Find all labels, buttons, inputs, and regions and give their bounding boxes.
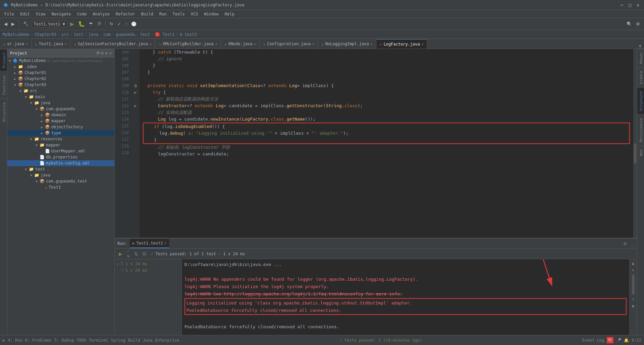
panel-settings-btn[interactable]: ⚙ bbox=[105, 51, 108, 56]
run-x-button[interactable]: ✕ bbox=[126, 254, 131, 259]
sidebar-right-maven[interactable]: Maven bbox=[637, 49, 644, 67]
menu-run[interactable]: Run bbox=[157, 11, 169, 17]
tree-main[interactable]: ▼ 📁 main bbox=[7, 94, 114, 100]
console-scroll-top[interactable]: ⬆ bbox=[632, 268, 635, 273]
console-scroll-up[interactable]: ▲ bbox=[632, 261, 635, 266]
breadcrumb-src[interactable]: src bbox=[61, 32, 69, 37]
run-check-button[interactable]: ✓ bbox=[126, 249, 131, 254]
tree-test-java[interactable]: ▼ 📁 java bbox=[7, 172, 114, 178]
tab-close-nologging[interactable]: ✕ bbox=[371, 42, 373, 46]
tab-overflow[interactable]: ▼ bbox=[639, 44, 641, 49]
run-gutter-110[interactable]: ▶ bbox=[134, 89, 137, 96]
run-filter-button[interactable]: ⊟ bbox=[141, 251, 148, 257]
tree-usermapper[interactable]: ▶ 📄 UserMapper.xml bbox=[7, 148, 114, 154]
toolbar-history-button[interactable]: 🕐 bbox=[130, 21, 138, 27]
sidebar-right-structure[interactable]: Structure bbox=[637, 87, 644, 115]
test-label-root[interactable]: T 1 s 24 ms bbox=[121, 262, 147, 266]
breadcrumb-java[interactable]: java bbox=[89, 32, 98, 37]
breadcrumb-chapter[interactable]: Chapter03 bbox=[35, 32, 56, 37]
test-label-sub[interactable]: 1 s 24 ms bbox=[125, 268, 147, 273]
tab-close-configuration[interactable]: ✕ bbox=[312, 42, 314, 46]
tree-mybatisconfig[interactable]: ▶ 📄 mybatis-config.xml bbox=[7, 160, 114, 166]
tree-chapter02[interactable]: ▶ 📦 Chapter02 bbox=[7, 76, 114, 82]
menu-refactor[interactable]: Refactor bbox=[113, 11, 138, 17]
tree-idea[interactable]: ▶ 📁 .idea bbox=[7, 64, 114, 70]
toolbar-build-button[interactable]: 🔨 bbox=[22, 21, 30, 27]
tab-close-sqlsession[interactable]: ✕ bbox=[150, 42, 152, 46]
menu-file[interactable]: File bbox=[2, 11, 17, 17]
tab-logfactory[interactable]: ☕ LogFactory.java ✕ bbox=[376, 39, 427, 49]
breadcrumb-test3[interactable]: ⚙ test3 bbox=[180, 32, 197, 37]
breadcrumb-com[interactable]: com bbox=[103, 32, 111, 37]
tree-comgupaoedutest[interactable]: ▼ 📦 com.gupaoedu.test bbox=[7, 178, 114, 184]
sidebar-tab-favorites[interactable]: Favorites bbox=[0, 71, 7, 98]
toolbar-back-button[interactable]: ◀ bbox=[3, 21, 9, 27]
console-scroll-down[interactable]: ▼ bbox=[632, 304, 635, 309]
tab-test1[interactable]: ☕ Test1.java ✕ bbox=[32, 39, 70, 49]
tree-type[interactable]: ▶ 📦 type bbox=[7, 130, 114, 136]
tree-src[interactable]: ▼ 📁 src bbox=[7, 88, 114, 94]
coverage-button[interactable]: ☂ bbox=[88, 21, 94, 27]
tree-dbprops[interactable]: ▶ 📄 db.properties bbox=[7, 154, 114, 160]
menu-view[interactable]: View bbox=[33, 11, 48, 17]
status-enterprise-label[interactable]: Java Enterprise bbox=[143, 338, 179, 343]
sidebar-right-gradle[interactable]: Gradle bbox=[637, 67, 644, 87]
tree-domain[interactable]: ▶ 📦 domain bbox=[7, 112, 114, 118]
tree-test-folder[interactable]: ▼ 📁 test bbox=[7, 166, 114, 172]
code-scrollbar[interactable] bbox=[633, 49, 637, 238]
status-problems-label[interactable]: 6: Problems bbox=[25, 338, 52, 343]
tab-xmlconfig[interactable]: ☕ XMLConfigBuilder.java ✕ bbox=[155, 39, 221, 49]
tab-close-xmlconfig[interactable]: ✕ bbox=[215, 42, 217, 46]
sidebar-right-web[interactable]: Web bbox=[637, 146, 644, 159]
tab-close-xnode[interactable]: ✕ bbox=[254, 42, 256, 46]
toolbar-search-everywhere[interactable]: 🔍 bbox=[625, 21, 633, 27]
sidebar-right-persistence[interactable]: Persistence bbox=[637, 114, 644, 146]
toolbar-commit-button[interactable]: ✓ bbox=[116, 21, 122, 27]
tab-close-logfactory[interactable]: ✕ bbox=[422, 42, 424, 46]
breadcrumb-test1[interactable]: 🔴 Test1 bbox=[155, 32, 174, 37]
status-spring-label[interactable]: Spring bbox=[111, 338, 125, 343]
tab-configuration[interactable]: ☕ Configuration.java ✕ bbox=[260, 39, 318, 49]
tree-chapter01[interactable]: ▶ 📦 Chapter01 bbox=[7, 70, 114, 76]
code-scroll-thumb[interactable] bbox=[634, 143, 636, 163]
minimize-button[interactable]: ─ bbox=[619, 2, 625, 8]
tree-objectfactory[interactable]: ▶ 📦 objectfactory bbox=[7, 124, 114, 130]
run-settings-icon[interactable]: ⚙ bbox=[624, 241, 626, 246]
menu-analyze[interactable]: Analyze bbox=[90, 11, 112, 17]
status-run-label[interactable]: 4: Run bbox=[8, 338, 22, 343]
menu-vcs[interactable]: VCS bbox=[188, 11, 201, 17]
toolbar-settings[interactable]: ⚙ bbox=[635, 21, 641, 27]
status-todo-label[interactable]: TODO bbox=[76, 338, 86, 343]
run-tab-close[interactable]: ✕ bbox=[164, 241, 166, 245]
tree-resources[interactable]: ▼ 📁 resources bbox=[7, 136, 114, 142]
tree-mapper[interactable]: ▶ 📦 mapper bbox=[7, 118, 114, 124]
panel-collapse-btn[interactable]: ⊟ bbox=[101, 51, 104, 56]
run-gutter-112[interactable]: ▶ bbox=[134, 102, 137, 109]
status-debug-label[interactable]: 5: Debug bbox=[54, 338, 74, 343]
tab-er[interactable]: ☕ er.java ✕ bbox=[0, 39, 32, 49]
tab-close-er[interactable]: ✕ bbox=[26, 42, 28, 46]
sidebar-tab-structure[interactable]: Structure bbox=[0, 98, 7, 126]
tree-mybatisdemo[interactable]: ▼ 🔷 MyBatisDemo D:\workspace\vipworkspac… bbox=[7, 58, 114, 64]
toolbar-git-button[interactable]: ↻ bbox=[108, 21, 115, 27]
menu-tools[interactable]: Tools bbox=[170, 11, 187, 17]
toolbar-forward-button[interactable]: ▶ bbox=[10, 21, 16, 27]
tab-close-test1[interactable]: ✕ bbox=[65, 42, 67, 46]
tree-java[interactable]: ▼ 📁 java bbox=[7, 100, 114, 106]
tree-comgupaoedu[interactable]: ▼ 📦 com.gupaoedu bbox=[7, 106, 114, 112]
breadcrumb-test[interactable]: test bbox=[74, 32, 84, 37]
toolbar-push-button[interactable]: ↑ bbox=[124, 21, 129, 27]
run-tab-test1[interactable]: ▶ Test1.test1 ✕ bbox=[130, 239, 169, 248]
status-build-label[interactable]: Build bbox=[128, 338, 140, 343]
menu-navigate[interactable]: Navigate bbox=[49, 11, 74, 17]
menu-code[interactable]: Code bbox=[74, 11, 90, 17]
run-minimize-icon[interactable]: _ bbox=[631, 241, 634, 246]
tab-nologging[interactable]: ☕ NoLoggingImpl.java ✕ bbox=[318, 39, 376, 49]
sidebar-tab-project[interactable]: Project bbox=[0, 49, 7, 71]
panel-close-btn[interactable]: ✕ bbox=[109, 51, 112, 56]
menu-window[interactable]: Window bbox=[201, 11, 221, 17]
menu-help[interactable]: Help bbox=[222, 11, 237, 17]
tree-test1[interactable]: ▶ ☕ Test1 bbox=[7, 184, 114, 190]
profile-button[interactable]: ⏱ bbox=[96, 21, 103, 27]
status-terminal-label[interactable]: Terminal bbox=[89, 338, 108, 343]
